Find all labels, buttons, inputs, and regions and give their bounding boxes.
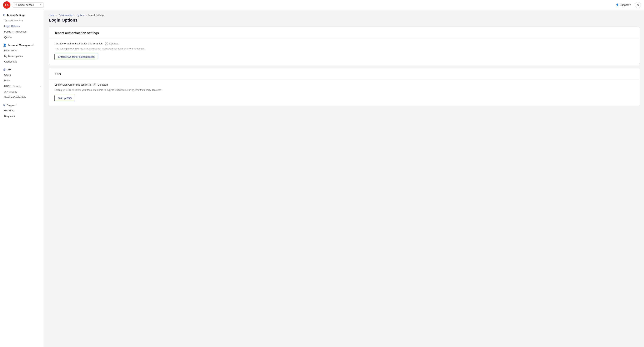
service-selector[interactable]: ⊞ Select service ▾: [13, 2, 44, 8]
user-profile-button[interactable]: ⊙: [635, 2, 641, 8]
support-chevron: ▾: [630, 4, 631, 6]
sidebar-section-iam: ◎ IAM Users Roles RBAC Policies › API Gr…: [0, 68, 44, 100]
sidebar-item-login-options[interactable]: Login Options: [0, 23, 44, 29]
support-section-icon: ◎: [3, 104, 6, 106]
service-selector-label: Select service: [18, 4, 34, 6]
sidebar-item-api-groups[interactable]: API Groups: [0, 89, 44, 94]
breadcrumb: Home > Administration > System > Tenant …: [49, 14, 640, 16]
f5-logo: F5: [3, 1, 10, 9]
sso-status: Disabled: [98, 83, 108, 86]
sidebar-section-support: ◎ Support Get Help Requests: [0, 104, 44, 119]
sidebar-item-roles[interactable]: Roles: [0, 78, 44, 83]
grid-icon: ⊞: [15, 4, 17, 6]
rbac-chevron-icon: ›: [40, 85, 41, 87]
sidebar-item-rbac-policies[interactable]: RBAC Policies ›: [0, 83, 44, 89]
page-title: Login Options: [49, 18, 640, 23]
two-factor-description: This setting makes two-factor authentica…: [54, 47, 634, 50]
tenant-auth-card: Tenant authentication settings Two-facto…: [49, 26, 640, 65]
navbar: F5 ⊞ Select service ▾ 👤 Support ▾ ⊙: [0, 0, 644, 10]
sidebar-section-tenant-settings: ⊡ Tenant Settings Tenant Overview Login …: [0, 14, 44, 40]
breadcrumb-sep-1: >: [56, 14, 57, 16]
sidebar-section-title-personal-management: 👤 Personal Management: [0, 44, 44, 48]
app-body: ⊡ Tenant Settings Tenant Overview Login …: [0, 10, 644, 347]
breadcrumb-home[interactable]: Home: [49, 14, 55, 16]
tenant-auth-card-title: Tenant authentication settings: [54, 31, 634, 35]
main-content: Home > Administration > System > Tenant …: [44, 10, 644, 347]
sidebar-section-title-iam: ◎ IAM: [0, 68, 44, 72]
sso-label: Single Sign On for this tenant is:: [54, 83, 92, 86]
set-up-sso-button[interactable]: Set Up SSO: [54, 95, 76, 101]
enforce-two-factor-button[interactable]: Enforce two-factor authentication: [54, 54, 98, 60]
sidebar-item-my-account[interactable]: My Account: [0, 48, 44, 53]
sidebar-item-credentials[interactable]: Credentials: [0, 59, 44, 64]
sidebar-item-public-ip-addresses[interactable]: Public IP Addresses: [0, 29, 44, 34]
tenant-settings-icon: ⊡: [3, 14, 6, 16]
sidebar-item-quotas[interactable]: Quotas: [0, 34, 44, 40]
sidebar-section-title-support: ◎ Support: [0, 104, 44, 108]
navbar-right: 👤 Support ▾ ⊙: [614, 2, 641, 8]
two-factor-info-icon: i: [105, 42, 108, 45]
sso-card: SSO Single Sign On for this tenant is: i…: [49, 68, 640, 106]
breadcrumb-system[interactable]: System: [77, 14, 84, 16]
support-icon: 👤: [616, 4, 619, 6]
chevron-down-icon: ▾: [40, 4, 41, 6]
support-button[interactable]: 👤 Support ▾: [614, 2, 632, 7]
sidebar-item-tenant-overview[interactable]: Tenant Overview: [0, 18, 44, 23]
personal-management-icon: 👤: [3, 44, 6, 46]
card-divider-1: [49, 38, 639, 38]
two-factor-label: Two-factor authentication for this tenan…: [54, 42, 103, 45]
breadcrumb-sep-3: >: [86, 14, 87, 16]
breadcrumb-administration[interactable]: Administration: [58, 14, 73, 16]
sidebar-item-requests[interactable]: Requests: [0, 113, 44, 119]
sidebar: ⊡ Tenant Settings Tenant Overview Login …: [0, 10, 44, 347]
sidebar-section-title-tenant-settings: ⊡ Tenant Settings: [0, 14, 44, 18]
navbar-left: F5 ⊞ Select service ▾: [3, 1, 44, 9]
sidebar-section-personal-management: 👤 Personal Management My Account My Name…: [0, 44, 44, 64]
two-factor-field-row: Two-factor authentication for this tenan…: [54, 42, 634, 45]
sidebar-item-service-credentials[interactable]: Service Credentials: [0, 94, 44, 100]
sso-card-title: SSO: [54, 73, 634, 76]
sidebar-item-get-help[interactable]: Get Help: [0, 108, 44, 113]
user-icon: ⊙: [637, 4, 639, 6]
breadcrumb-sep-2: >: [74, 14, 76, 16]
sso-description: Setting up SSO will allow your team memb…: [54, 88, 634, 92]
breadcrumb-current: Tenant Settings: [88, 14, 104, 16]
sidebar-item-users[interactable]: Users: [0, 72, 44, 78]
two-factor-status: Optional: [110, 42, 119, 45]
sso-field-row: Single Sign On for this tenant is: i Dis…: [54, 83, 634, 86]
sidebar-item-my-namespaces[interactable]: My Namespaces: [0, 53, 44, 59]
iam-icon: ◎: [3, 68, 6, 71]
support-label: Support: [620, 4, 628, 6]
sso-info-icon: i: [93, 83, 96, 86]
